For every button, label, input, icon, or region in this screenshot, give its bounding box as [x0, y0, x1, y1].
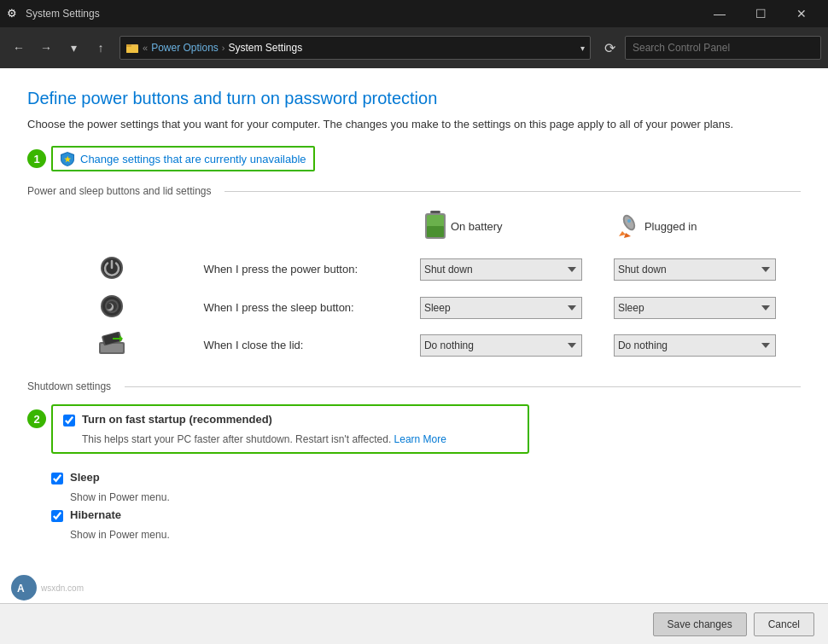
watermark-text: wsxdn.com	[41, 583, 84, 593]
battery-column-header: On battery	[423, 211, 597, 241]
svg-rect-4	[430, 211, 440, 213]
fast-startup-checkbox[interactable]	[63, 415, 75, 426]
svg-rect-1	[126, 46, 138, 53]
lid-plugin-cell: Do nothing Sleep Hibernate Shut down Tur…	[607, 327, 801, 363]
back-button[interactable]: ←	[7, 36, 31, 60]
svg-marker-10	[619, 231, 626, 236]
hibernate-checkbox-row: Hibernate	[51, 508, 801, 522]
forward-button[interactable]: →	[34, 36, 58, 60]
watermark: A wsxdn.com	[10, 574, 84, 601]
address-bar[interactable]: « Power Options › System Settings ▾	[120, 36, 591, 60]
battery-label: On battery	[451, 220, 503, 233]
lid-icon	[97, 332, 126, 356]
sleep-button-icon	[99, 293, 125, 319]
cancel-button[interactable]: Cancel	[754, 612, 814, 636]
fast-startup-desc: This helps start your PC faster after sh…	[82, 433, 517, 445]
page-description: Choose the power settings that you want …	[27, 117, 801, 132]
step2-row: 2 Turn on fast startup (recommended) Thi…	[27, 404, 801, 462]
svg-text:A: A	[17, 583, 25, 595]
save-changes-button[interactable]: Save changes	[653, 612, 747, 636]
page-title: Define power buttons and turn on passwor…	[27, 89, 801, 108]
sleep-plugin-cell: Sleep Shut down Hibernate Do nothing Tur…	[607, 288, 801, 327]
settings-table: On battery	[27, 207, 801, 363]
up-button[interactable]: ↑	[89, 36, 113, 60]
power-plugin-cell: Shut down Sleep Hibernate Do nothing Tur…	[607, 250, 801, 288]
step1-badge: 1	[27, 149, 46, 168]
folder-icon	[125, 41, 139, 55]
appuals-logo: A	[10, 574, 38, 601]
sleep-checkbox[interactable]	[51, 473, 63, 484]
svg-rect-2	[126, 44, 131, 47]
shutdown-section-label: Shutdown settings	[27, 380, 111, 392]
address-dropdown-btn[interactable]: ▾	[580, 44, 585, 53]
refresh-button[interactable]: ⟳	[598, 36, 621, 60]
svg-point-12	[627, 219, 631, 223]
shutdown-section-divider: Shutdown settings	[27, 380, 801, 392]
app-icon: ⚙	[7, 7, 20, 20]
fast-startup-box: Turn on fast startup (recommended) This …	[51, 404, 529, 454]
nav-bar: ← → ▾ ↑ « Power Options › System Setting…	[0, 27, 828, 68]
step1-row: 1 ★ Change settings that are currently u…	[27, 146, 801, 171]
table-row: When I close the lid: Do nothing Sleep H…	[27, 327, 801, 363]
hibernate-checkbox[interactable]	[51, 510, 63, 522]
content-area: Define power buttons and turn on passwor…	[0, 68, 828, 603]
sleep-plugin-select[interactable]: Sleep Shut down Hibernate Do nothing Tur…	[614, 297, 776, 319]
title-bar: ⚙ System Settings — ☐ ✕	[0, 0, 828, 27]
power-section-divider: Power and sleep buttons and lid settings	[27, 185, 801, 197]
battery-icon	[423, 211, 447, 241]
change-settings-link[interactable]: ★ Change settings that are currently una…	[51, 146, 315, 171]
breadcrumb-arrow: ›	[222, 43, 225, 53]
sleep-battery-cell: Sleep Shut down Hibernate Do nothing Tur…	[413, 288, 607, 327]
hibernate-checkbox-section: Hibernate Show in Power menu.	[51, 508, 801, 541]
sleep-checkbox-row: Sleep	[51, 471, 801, 484]
address-separator: «	[143, 43, 148, 53]
lid-battery-select[interactable]: Do nothing Sleep Hibernate Shut down Tur…	[420, 334, 582, 357]
fast-startup-label: Turn on fast startup (recommended)	[82, 413, 272, 426]
shutdown-divider-line	[125, 386, 801, 387]
power-battery-cell: Shut down Sleep Hibernate Do nothing Tur…	[413, 250, 607, 288]
title-bar-text: System Settings	[26, 8, 700, 20]
title-bar-controls: — ☐ ✕	[700, 0, 821, 27]
table-row: When I press the power button: Shut down…	[27, 250, 801, 288]
learn-more-link[interactable]: Learn More	[394, 433, 446, 445]
sleep-checkbox-label: Sleep	[70, 471, 100, 484]
sleep-checkbox-desc: Show in Power menu.	[70, 491, 801, 503]
minimize-button[interactable]: —	[700, 0, 739, 27]
plugin-column-header: Plugged in	[617, 212, 790, 240]
table-row: When I press the sleep button: Sleep Shu…	[27, 288, 801, 327]
restore-button[interactable]: ☐	[741, 0, 780, 27]
divider-line	[224, 191, 801, 192]
recent-button[interactable]: ▾	[61, 36, 85, 60]
svg-marker-11	[624, 233, 631, 238]
breadcrumb-current: System Settings	[229, 42, 303, 54]
plugin-icon	[617, 212, 641, 240]
hibernate-checkbox-label: Hibernate	[70, 508, 121, 521]
sleep-button-label: When I press the sleep button:	[196, 288, 413, 327]
lid-label: When I close the lid:	[196, 327, 413, 363]
shield-icon: ★	[60, 151, 75, 166]
sleep-battery-select[interactable]: Sleep Shut down Hibernate Do nothing Tur…	[420, 297, 582, 319]
plugin-label: Plugged in	[644, 220, 697, 233]
footer: Save changes Cancel	[0, 603, 828, 644]
main-content: Define power buttons and turn on passwor…	[0, 68, 828, 644]
power-section-label: Power and sleep buttons and lid settings	[27, 185, 211, 197]
search-input[interactable]	[625, 36, 821, 60]
svg-rect-7	[427, 226, 444, 237]
lid-plugin-select[interactable]: Do nothing Sleep Hibernate Shut down Tur…	[614, 334, 776, 357]
svg-text:★: ★	[64, 155, 72, 164]
power-button-label: When I press the power button:	[196, 250, 413, 288]
power-plugin-select[interactable]: Shut down Sleep Hibernate Do nothing Tur…	[614, 258, 776, 281]
step2-badge: 2	[27, 409, 46, 428]
close-button[interactable]: ✕	[782, 0, 821, 27]
sleep-checkbox-section: Sleep Show in Power menu.	[51, 471, 801, 503]
breadcrumb-root[interactable]: Power Options	[151, 42, 219, 54]
lid-battery-cell: Do nothing Sleep Hibernate Shut down Tur…	[413, 327, 607, 363]
fast-startup-row: Turn on fast startup (recommended)	[63, 413, 517, 426]
change-settings-text: Change settings that are currently unava…	[80, 153, 306, 165]
hibernate-checkbox-desc: Show in Power menu.	[70, 529, 801, 541]
power-button-icon	[99, 255, 125, 281]
power-battery-select[interactable]: Shut down Sleep Hibernate Do nothing Tur…	[420, 258, 582, 281]
